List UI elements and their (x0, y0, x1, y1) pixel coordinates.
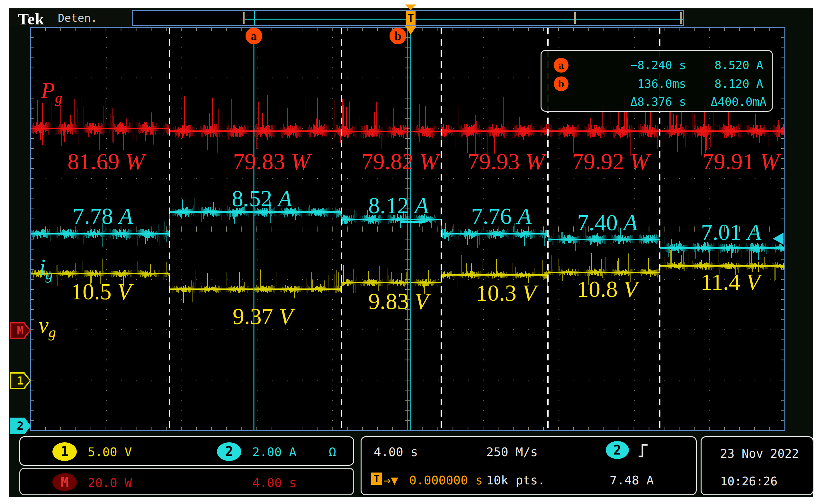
power-value-label: 79.93 W (468, 148, 545, 175)
cursor-delta-amplitude: Δ400.0mA (670, 95, 766, 108)
power-value-label: 79.82 W (362, 148, 439, 175)
preview-right-bracket-icon (574, 12, 576, 24)
timebase-trigger-box: 4.00 s 250 M/s 2 T →▼ 0.000000 s 10k pts… (360, 436, 697, 495)
power-value-label: 79.83 W (233, 148, 310, 175)
trigger-source-badge: 2 (606, 441, 629, 459)
ch2-coupling-icon: Ω (329, 445, 336, 459)
datetime-box: 23 Nov 2022 10:26:26 (701, 436, 814, 495)
channel-scale-box: 1 5.00 V 2 2.00 A Ω (19, 436, 354, 466)
voltage-value-label: 11.4 V (701, 269, 760, 295)
ch2-scale: 2.00 A (252, 445, 296, 459)
preview-end-bracket-icon (680, 12, 682, 24)
trigger-arrow-icon: →▼ (383, 473, 398, 487)
cursor-b-badge: b (390, 28, 406, 44)
power-value-label: 79.92 W (572, 148, 649, 175)
date-label: 23 Nov 2022 (720, 447, 799, 461)
cursor-a-badge: a (245, 28, 262, 44)
math-scale-box: M 20.0 W 4.00 s (19, 468, 354, 495)
cursor-a-amplitude: 8.520 A (667, 58, 763, 72)
preview-waveform-line (245, 19, 683, 20)
trigger-position: 0.000000 s (409, 473, 483, 487)
math-timebase: 4.00 s (252, 476, 296, 490)
trigger-flag: T (406, 11, 416, 25)
cursor-b-amplitude-tick (401, 221, 425, 223)
voltage-value-label: 9.83 V (368, 288, 429, 315)
math-scale: 20.0 W (88, 476, 132, 490)
ch2-badge: 2 (217, 442, 241, 461)
timebase-scale: 4.00 s (374, 445, 418, 459)
voltage-value-label: 9.37 V (233, 303, 293, 330)
cursor-readout-box: a −8.240 s 8.520 A b 136.0ms 8.120 A Δ8.… (540, 50, 773, 112)
ch1-scale: 5.00 V (88, 445, 132, 459)
tek-logo: Tek (18, 10, 44, 28)
trigger-slope-icon (637, 442, 651, 459)
acquisition-status: Deten. (58, 12, 97, 24)
current-value-label: 7.01 A (701, 219, 761, 246)
current-value-label: 7.76 A (471, 203, 531, 230)
trigger-position-icon: T (371, 473, 382, 485)
trigger-level: 7.48 A (610, 473, 654, 487)
preview-left-bracket-icon (243, 12, 244, 24)
cursor-b-amplitude: 8.120 A (667, 77, 763, 90)
preview-cursor-a-line (254, 11, 255, 25)
oscilloscope-screenshot: { "header": {"logo": "Tek", "status": "D… (0, 0, 824, 504)
voltage-trace-name: vg (38, 312, 56, 341)
voltage-value-label: 10.5 V (71, 278, 131, 305)
sample-rate: 250 M/s (486, 445, 538, 459)
trigger-bottom-arrow-icon (405, 26, 416, 35)
header-strip: Tek Deten. (10, 9, 131, 26)
current-value-label: 8.12 A (368, 193, 429, 219)
math-badge: M (53, 473, 77, 491)
current-trace-name: ig (39, 254, 53, 283)
voltage-value-label: 10.8 V (577, 276, 638, 302)
trigger-top-arrow-icon (405, 4, 416, 10)
power-value-label: 79.91 W (702, 148, 779, 175)
power-value-label: 81.69 W (68, 148, 144, 175)
current-value-label: 7.40 A (577, 210, 638, 236)
cursor-b-readout-badge: b (554, 77, 569, 91)
ch1-badge: 1 (53, 442, 77, 461)
time-label: 10:26:26 (720, 475, 778, 488)
cursor-a-readout-badge: a (554, 58, 569, 73)
current-value-label: 8.52 A (232, 185, 292, 212)
power-trace-name: Pg (41, 78, 62, 106)
current-value-label: 7.78 A (73, 203, 133, 230)
voltage-value-label: 10.3 V (476, 280, 536, 306)
record-length: 10k pts. (486, 473, 545, 487)
